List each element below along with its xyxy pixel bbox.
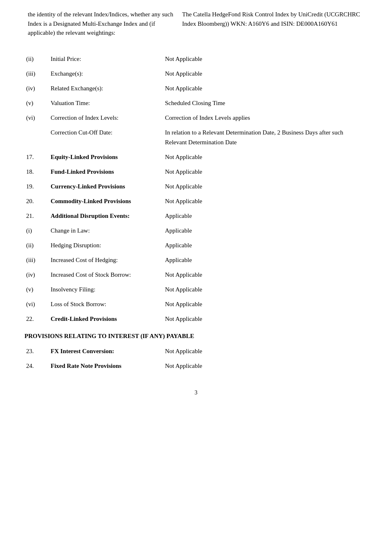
- row-value: Applicable: [163, 238, 368, 253]
- table-row: (v)Valuation Time:Scheduled Closing Time: [24, 96, 368, 110]
- row-number: 17.: [24, 150, 49, 164]
- table-row: 24.Fixed Rate Note ProvisionsNot Applica…: [24, 358, 368, 373]
- page-container: the identity of the relevant Index/Indic…: [24, 8, 368, 396]
- row-value: Not Applicable: [163, 344, 368, 358]
- row-label: Increased Cost of Stock Borrow:: [49, 267, 163, 282]
- table-row: (ii)Initial Price:Not Applicable: [24, 52, 368, 66]
- table-row: 23.FX Interest Conversion:Not Applicable: [24, 344, 368, 358]
- row-label: Correction of Index Levels:: [49, 110, 163, 125]
- row-label: Related Exchange(s):: [49, 81, 163, 96]
- row-number: (iv): [24, 81, 49, 96]
- row-label: Correction Cut-Off Date:: [49, 125, 163, 150]
- table-row: 20.Commodity-Linked ProvisionsNot Applic…: [24, 194, 368, 208]
- row-value: Applicable: [163, 223, 368, 238]
- row-label: Currency-Linked Provisions: [49, 179, 163, 194]
- page-number: 3: [24, 390, 368, 396]
- row-label: Loss of Stock Borrow:: [49, 297, 163, 311]
- row-label: Fixed Rate Note Provisions: [49, 358, 163, 373]
- row-label: Increased Cost of Hedging:: [49, 253, 163, 267]
- row-value: Not Applicable: [163, 358, 368, 373]
- row-number: (iii): [24, 253, 49, 267]
- table-row: 18.Fund-Linked ProvisionsNot Applicable: [24, 164, 368, 179]
- table-row: (v)Insolvency Filing:Not Applicable: [24, 282, 368, 297]
- row-value: Correction of Index Levels applies: [163, 110, 368, 125]
- row-number: 21.: [24, 208, 49, 223]
- row-value: Not Applicable: [163, 52, 368, 66]
- row-label: Exchange(s):: [49, 66, 163, 81]
- table-row: 21.Additional Disruption Events:Applicab…: [24, 208, 368, 223]
- table-row: 22.Credit-Linked ProvisionsNot Applicabl…: [24, 311, 368, 326]
- row-value: Not Applicable: [163, 194, 368, 208]
- table-row: (vi)Correction of Index Levels:Correctio…: [24, 110, 368, 125]
- row-number: (vi): [24, 297, 49, 311]
- table-row: Correction Cut-Off Date:In relation to a…: [24, 125, 368, 150]
- table-row: (iv)Related Exchange(s):Not Applicable: [24, 81, 368, 96]
- row-value: Not Applicable: [163, 297, 368, 311]
- row-number: 22.: [24, 311, 49, 326]
- table-row: (i)Change in Law:Applicable: [24, 223, 368, 238]
- row-number: 24.: [24, 358, 49, 373]
- row-label: Insolvency Filing:: [49, 282, 163, 297]
- row-value: Applicable: [163, 208, 368, 223]
- row-label: Additional Disruption Events:: [49, 208, 163, 223]
- row-label: Initial Price:: [49, 52, 163, 66]
- table-row: (iii)Exchange(s):Not Applicable: [24, 66, 368, 81]
- row-label: Credit-Linked Provisions: [49, 311, 163, 326]
- row-value: Not Applicable: [163, 267, 368, 282]
- row-label: Valuation Time:: [49, 96, 163, 110]
- table-row: (iv)Increased Cost of Stock Borrow:Not A…: [24, 267, 368, 282]
- header-table: the identity of the relevant Index/Indic…: [24, 8, 368, 39]
- row-value: Not Applicable: [163, 282, 368, 297]
- row-number: (v): [24, 282, 49, 297]
- row-value: Not Applicable: [163, 81, 368, 96]
- row-number: 19.: [24, 179, 49, 194]
- provisions-heading: PROVISIONS RELATING TO INTEREST (IF ANY)…: [24, 333, 368, 340]
- row-number: (iv): [24, 267, 49, 282]
- table-row: (iii)Increased Cost of Hedging:Applicabl…: [24, 253, 368, 267]
- row-number: 23.: [24, 344, 49, 358]
- row-value: Not Applicable: [163, 311, 368, 326]
- row-label: Change in Law:: [49, 223, 163, 238]
- content-table: (ii)Initial Price:Not Applicable(iii)Exc…: [24, 52, 368, 326]
- row-value: Not Applicable: [163, 66, 368, 81]
- row-label: FX Interest Conversion:: [49, 344, 163, 358]
- row-number: [24, 125, 49, 150]
- row-value: Not Applicable: [163, 164, 368, 179]
- row-number: 20.: [24, 194, 49, 208]
- row-value: In relation to a Relevant Determination …: [163, 125, 368, 150]
- row-value: Not Applicable: [163, 179, 368, 194]
- row-number: (ii): [24, 238, 49, 253]
- row-number: (v): [24, 96, 49, 110]
- row-value: Not Applicable: [163, 150, 368, 164]
- row-number: (iii): [24, 66, 49, 81]
- table-row: 17.Equity-Linked ProvisionsNot Applicabl…: [24, 150, 368, 164]
- row-number: (ii): [24, 52, 49, 66]
- row-label: Fund-Linked Provisions: [49, 164, 163, 179]
- table-row: 19.Currency-Linked ProvisionsNot Applica…: [24, 179, 368, 194]
- row-label: Commodity-Linked Provisions: [49, 194, 163, 208]
- lower-rows-table: 23.FX Interest Conversion:Not Applicable…: [24, 344, 368, 373]
- header-left: the identity of the relevant Index/Indic…: [24, 8, 179, 39]
- row-label: Equity-Linked Provisions: [49, 150, 163, 164]
- row-label: Hedging Disruption:: [49, 238, 163, 253]
- row-number: (vi): [24, 110, 49, 125]
- table-row: (vi)Loss of Stock Borrow:Not Applicable: [24, 297, 368, 311]
- header-right: The Catella HedgeFond Risk Control Index…: [179, 8, 368, 39]
- row-number: (i): [24, 223, 49, 238]
- row-number: 18.: [24, 164, 49, 179]
- row-value: Scheduled Closing Time: [163, 96, 368, 110]
- table-row: (ii)Hedging Disruption:Applicable: [24, 238, 368, 253]
- row-value: Applicable: [163, 253, 368, 267]
